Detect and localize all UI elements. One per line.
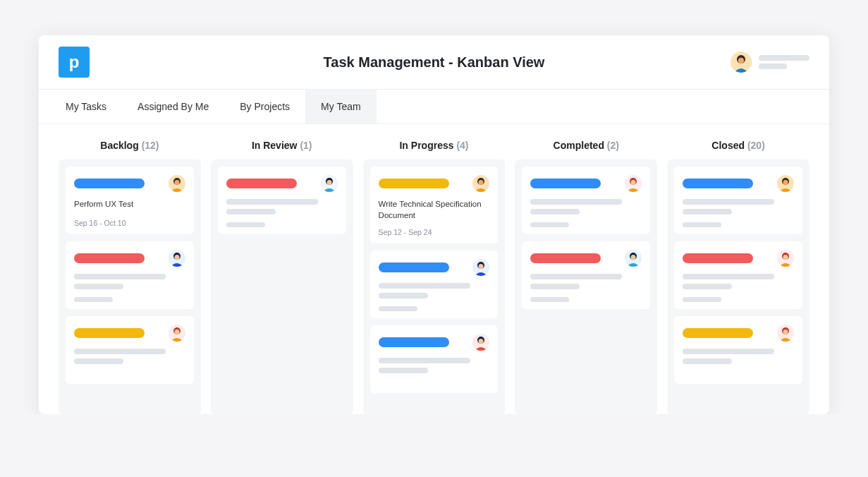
column-title: Completed (554, 140, 604, 151)
status-pill (683, 328, 753, 338)
card-date-placeholder (530, 297, 642, 302)
kanban-column: In Progress (4)Write Technical Specifica… (363, 135, 506, 414)
card-header-row (379, 175, 490, 192)
card-header-row (530, 175, 642, 192)
column-title: Backlog (100, 140, 138, 151)
assignee-avatar-icon (169, 325, 185, 342)
card-date-placeholder (683, 297, 794, 302)
logo-letter: p (69, 52, 80, 72)
column-body[interactable] (211, 159, 353, 414)
card-date-placeholder (683, 222, 794, 227)
status-pill (379, 262, 449, 272)
svg-point-2 (738, 58, 744, 64)
status-pill (379, 337, 449, 347)
task-card[interactable] (674, 241, 802, 309)
task-card[interactable] (674, 316, 802, 384)
column-count: (20) (747, 140, 765, 151)
card-title-placeholder (379, 358, 490, 373)
column-header: In Review (1) (211, 135, 353, 159)
column-title: Closed (711, 140, 745, 151)
column-body[interactable]: Perform UX TestSep 16 - Oct 10 (59, 159, 201, 414)
card-title-placeholder (530, 274, 642, 289)
app-window: p Task Management - Kanban View My Tasks… (39, 35, 829, 414)
card-date-placeholder (379, 306, 490, 311)
column-body[interactable] (515, 159, 657, 414)
task-card[interactable] (674, 167, 802, 234)
tabs: My Tasks Assigned By Me By Projects My T… (39, 90, 829, 124)
kanban-column: Closed (20) (667, 135, 809, 414)
card-header-row (74, 175, 185, 192)
task-card[interactable] (66, 241, 194, 309)
column-count: (1) (300, 140, 312, 151)
assignee-avatar-icon (472, 175, 489, 192)
card-header-row (74, 325, 185, 342)
user-avatar-icon (731, 52, 752, 73)
kanban-column: In Review (1) (211, 135, 353, 414)
app-logo[interactable]: p (59, 47, 90, 78)
status-pill (74, 253, 145, 263)
assignee-avatar-icon (321, 175, 338, 192)
card-date-placeholder (226, 222, 338, 227)
column-header: Closed (20) (667, 135, 809, 159)
assignee-avatar-icon (472, 259, 489, 276)
task-card[interactable] (66, 316, 194, 384)
card-date-range: Sep 12 - Sep 24 (379, 228, 490, 236)
card-title-placeholder (226, 199, 338, 215)
column-header: Backlog (12) (59, 135, 201, 159)
tab-assigned-by-me[interactable]: Assigned By Me (122, 90, 224, 123)
card-header-row (683, 175, 794, 192)
header: p Task Management - Kanban View (39, 35, 829, 90)
status-pill (226, 179, 297, 188)
task-card[interactable] (218, 167, 346, 234)
column-header: Completed (2) (515, 135, 657, 159)
status-pill (379, 179, 449, 188)
card-header-row (683, 325, 794, 342)
status-pill (530, 253, 601, 263)
task-card[interactable]: Perform UX TestSep 16 - Oct 10 (66, 167, 194, 234)
status-pill (74, 179, 145, 188)
card-title: Write Technical Specification Document (379, 199, 490, 221)
assignee-avatar-icon (169, 250, 185, 267)
kanban-board: Backlog (12)Perform UX TestSep 16 - Oct … (39, 124, 829, 414)
kanban-column: Completed (2) (515, 135, 657, 414)
page-title: Task Management - Kanban View (324, 54, 545, 71)
card-header-row (74, 250, 185, 267)
column-count: (4) (456, 140, 468, 151)
status-pill (530, 179, 601, 188)
card-date-placeholder (74, 297, 185, 302)
task-card[interactable] (370, 250, 499, 318)
tab-my-team[interactable]: My Team (305, 90, 377, 123)
card-date-range: Sep 16 - Oct 10 (74, 219, 185, 227)
card-title-placeholder (683, 274, 794, 289)
card-title-placeholder (379, 283, 490, 298)
assignee-avatar-icon (472, 334, 489, 351)
task-card[interactable]: Write Technical Specification DocumentSe… (370, 167, 499, 243)
column-title: In Progress (399, 140, 453, 151)
column-header: In Progress (4) (363, 135, 506, 159)
task-card[interactable] (522, 167, 650, 234)
assignee-avatar-icon (625, 175, 642, 192)
task-card[interactable] (522, 241, 650, 309)
assignee-avatar-icon (777, 250, 794, 267)
assignee-avatar-icon (777, 175, 794, 192)
task-card[interactable] (370, 325, 499, 393)
card-header-row (379, 259, 490, 276)
header-user[interactable] (731, 52, 809, 73)
user-name-placeholder (759, 55, 809, 69)
card-date-placeholder (530, 222, 642, 227)
card-header-row (683, 250, 794, 267)
tab-my-tasks[interactable]: My Tasks (50, 90, 122, 123)
card-title-placeholder (683, 199, 794, 215)
column-count: (12) (142, 140, 159, 151)
column-title: In Review (252, 140, 298, 151)
status-pill (683, 179, 753, 188)
assignee-avatar-icon (777, 325, 794, 342)
kanban-column: Backlog (12)Perform UX TestSep 16 - Oct … (59, 135, 201, 414)
column-body[interactable]: Write Technical Specification DocumentSe… (363, 159, 506, 414)
card-header-row (379, 334, 490, 351)
card-title-placeholder (74, 274, 185, 289)
card-header-row (226, 175, 338, 192)
column-body[interactable] (667, 159, 809, 414)
tab-by-projects[interactable]: By Projects (224, 90, 305, 123)
card-header-row (530, 250, 642, 267)
